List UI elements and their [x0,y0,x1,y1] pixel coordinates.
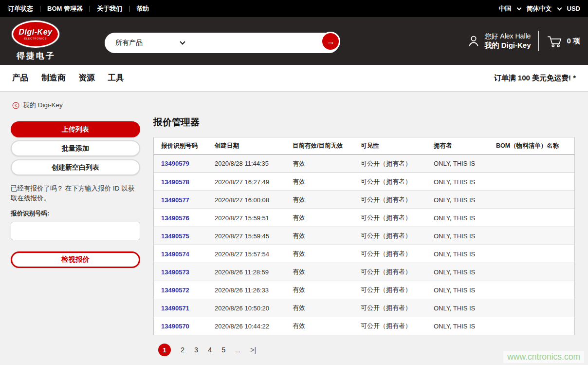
breadcrumb-label: 我的 Digi-Key [23,101,63,110]
cell-visibility: 可公开（拥有者） [361,322,434,330]
page-1-current[interactable]: 1 [158,344,171,356]
table-row: 13490578 2020/8/27 16:27:49 有效 可公开（拥有者） … [154,173,574,191]
col-header-bom-name: BOM（物料清单）名称 [496,142,574,150]
quote-id-link[interactable]: 13490577 [161,196,215,204]
logo-subtext: ELECTRONICS [24,37,47,40]
cell-visibility: 可公开（拥有者） [361,250,434,258]
my-digikey-menu[interactable]: 您好 Alex Halle 我的 Digi-Key [467,32,531,50]
page-4-link[interactable]: 4 [208,346,212,354]
quote-help-text: 已经有报价了吗？ 在下方输入报价 ID 以获取在线报价。 [11,184,140,204]
cell-owner: ONLY, THIS IS [434,160,496,167]
breadcrumb[interactable]: 我的 Digi-Key [12,101,63,110]
col-header-status: 目前有效/目前无效 [293,142,361,150]
table-row: 13490574 2020/8/27 15:57:54 有效 可公开（拥有者） … [154,245,574,263]
cell-owner: ONLY, THIS IS [434,214,496,222]
region-selector[interactable]: 中国 [499,4,512,13]
cell-owner: ONLY, THIS IS [434,196,496,204]
logo-wordmark: Digi-Key [19,28,53,36]
language-selector[interactable]: 简体中文 [527,4,552,13]
search-category-dropdown[interactable]: 所有产品 [115,33,184,53]
digikey-logo-oval: Digi-Key ELECTRONICS [12,20,59,48]
table-header-row: 报价识别号码 创建日期 目前有效/目前无效 可见性 拥有者 BOM（物料清单）名… [154,137,574,154]
cell-owner: ONLY, THIS IS [434,250,496,258]
table-body: 13490579 2020/8/28 11:44:35 有效 可公开（拥有者） … [154,154,574,335]
quote-id-input[interactable] [11,222,140,240]
quote-id-link[interactable]: 13490574 [161,250,215,258]
top-link-bom-manager[interactable]: BOM 管理器 [47,4,83,13]
create-blank-list-button[interactable]: 创建新空白列表 [11,159,140,175]
quote-id-link[interactable]: 13490573 [161,269,215,276]
digikey-logo[interactable]: Digi-Key ELECTRONICS 得捷电子 [12,20,60,61]
top-link-order-status[interactable]: 订单状态 [8,4,33,13]
table-row: 13490577 2020/8/27 16:00:08 有效 可公开（拥有者） … [154,191,574,209]
cell-visibility: 可公开（拥有者） [361,195,434,204]
bulk-add-button[interactable]: 批量添加 [11,140,140,156]
cell-visibility: 可公开（拥有者） [361,177,434,186]
top-link-about-us[interactable]: 关于我们 [97,4,122,13]
currency-selector[interactable]: USD [567,5,580,12]
cell-status: 有效 [293,213,361,222]
table-row: 13490579 2020/8/28 11:44:35 有效 可公开（拥有者） … [154,154,574,173]
col-header-visibility: 可见性 [361,142,434,150]
table-row: 13490572 2020/8/26 11:26:33 有效 可公开（拥有者） … [154,281,574,299]
site-header: Digi-Key ELECTRONICS 得捷电子 所有产品 → 您好 Alex… [0,17,588,65]
nav-item-products[interactable]: 产品 [12,73,28,83]
cell-status: 有效 [293,268,361,276]
quote-id-link[interactable]: 13490576 [161,214,215,222]
page-content: 我的 Digi-Key 上传列表 批量添加 创建新空白列表 已经有报价了吗？ 在… [0,92,588,365]
chevron-down-icon[interactable] [557,5,562,10]
cell-status: 有效 [293,250,361,258]
search-submit-button[interactable]: → [321,32,340,51]
quote-id-link[interactable]: 13490571 [161,305,215,312]
greeting-line2: 我的 Digi-Key [484,40,531,50]
view-quote-button[interactable]: 检视报价 [11,251,140,268]
cart-icon [547,35,562,48]
quote-id-label: 报价识别号码: [11,210,140,218]
cell-created: 2020/8/26 10:50:20 [215,305,293,312]
cell-owner: ONLY, THIS IS [434,269,496,276]
top-locale-controls: 中国 简体中文 USD [499,4,580,13]
cell-owner: ONLY, THIS IS [434,232,496,240]
user-greeting: 您好 Alex Halle 我的 Digi-Key [484,32,531,50]
sidebar: 上传列表 批量添加 创建新空白列表 已经有报价了吗？ 在下方输入报价 ID 以获… [11,121,140,268]
cell-visibility: 可公开（拥有者） [361,213,434,222]
table-row: 13490576 2020/8/27 15:59:51 有效 可公开（拥有者） … [154,209,574,227]
col-header-quote-id: 报价识别号码 [161,142,215,150]
nav-item-resources[interactable]: 资源 [79,73,95,83]
cart-count: 0 项 [567,37,580,46]
quote-id-link[interactable]: 13490570 [161,323,215,330]
page-title: 报价管理器 [153,116,575,129]
cell-status: 有效 [293,159,361,168]
page-3-link[interactable]: 3 [194,346,198,354]
separator [40,6,40,12]
page-5-link[interactable]: 5 [221,346,225,354]
quote-id-link[interactable]: 13490575 [161,232,215,240]
quote-id-link[interactable]: 13490572 [161,287,215,294]
nav-item-tools[interactable]: 工具 [108,73,124,83]
separator [90,6,90,12]
page-ellipsis: ... [235,346,240,354]
top-link-help[interactable]: 帮助 [136,4,149,13]
page-2-link[interactable]: 2 [181,346,184,354]
separator [129,6,129,12]
cell-owner: ONLY, THIS IS [434,323,496,330]
search-input[interactable] [178,35,314,51]
col-header-owner: 拥有者 [434,142,496,150]
cell-created: 2020/8/27 15:59:51 [215,214,293,222]
chevron-down-icon[interactable] [516,5,521,10]
cell-status: 有效 [293,195,361,204]
user-icon [467,34,480,48]
greeting-line1: 您好 Alex Halle [484,32,531,40]
account-area: 您好 Alex Halle 我的 Digi-Key 0 项 [467,17,580,65]
cart-button[interactable]: 0 项 [547,35,580,48]
quote-id-link[interactable]: 13490579 [161,160,215,167]
back-arrow-icon [12,102,19,109]
nav-item-manufacturers[interactable]: 制造商 [41,73,66,83]
last-page-link[interactable]: >| [250,346,256,354]
quote-id-link[interactable]: 13490578 [161,178,215,186]
cell-created: 2020/8/26 11:28:59 [215,269,293,276]
cell-status: 有效 [293,286,361,294]
table-row: 13490575 2020/8/27 15:59:45 有效 可公开（拥有者） … [154,227,574,245]
upload-list-button[interactable]: 上传列表 [11,121,140,137]
table-row: 13490571 2020/8/26 10:50:20 有效 可公开（拥有者） … [154,299,574,317]
